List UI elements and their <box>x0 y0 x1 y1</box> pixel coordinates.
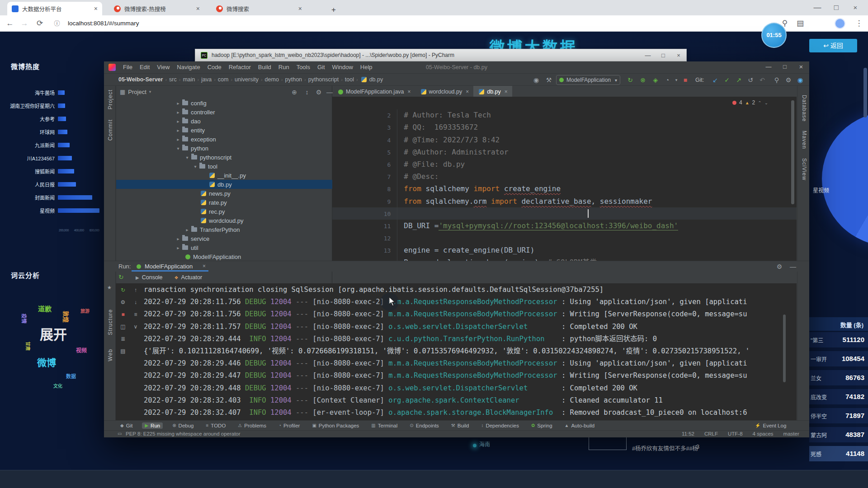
breadcrumb-item[interactable]: java › <box>201 76 218 83</box>
tree-item[interactable]: ▸ config <box>116 99 333 108</box>
console-toolbar-icon[interactable]: ■ <box>118 311 128 324</box>
tree-chevron-icon[interactable]: ▸ <box>175 110 181 115</box>
table-row[interactable]: 停半空 71897 <box>809 407 868 426</box>
tree-item[interactable]: ▸ dao <box>116 117 333 126</box>
tool-window-tab[interactable]: Database <box>801 95 807 122</box>
browser-tab[interactable]: 大数据分析平台 × <box>7 2 102 15</box>
url-field[interactable]: localhost:8081/#/summary <box>68 15 139 32</box>
breadcrumb-item[interactable]: tool › <box>345 76 360 83</box>
status-widget[interactable]: CRLF <box>704 431 718 436</box>
menu-item[interactable]: Edit <box>136 61 153 73</box>
site-info-icon[interactable]: ⓘ <box>51 15 63 32</box>
toolwindow-button[interactable]: ◔ Profiler <box>276 422 302 429</box>
tree-item[interactable]: rate.py <box>116 198 333 207</box>
breadcrumb-item[interactable]: db.py › <box>360 76 383 83</box>
toolwindow-button[interactable]: ⚠ Problems <box>235 422 269 429</box>
background-window-titlebar[interactable]: PC hadoop [E:\python_spark_lstm_weibo_nb… <box>195 49 687 61</box>
close-icon[interactable]: × <box>671 49 686 61</box>
tree-chevron-icon[interactable]: ▸ <box>175 236 181 241</box>
git-push-button[interactable]: ↗ <box>733 74 744 86</box>
ide-minimize-button[interactable]: — <box>760 61 777 72</box>
console-scrollbar[interactable] <box>783 314 786 382</box>
tab-console[interactable]: ▶Console <box>136 274 163 281</box>
menu-item[interactable]: Navigate <box>173 61 203 73</box>
console-gutter-icon[interactable]: ↓ <box>130 299 141 311</box>
console-gutter-icon[interactable]: ≡ <box>130 311 141 324</box>
editor-scrollbar[interactable] <box>791 100 794 204</box>
tree-chevron-icon[interactable]: ▸ <box>175 137 181 142</box>
editor-tab-close-icon[interactable]: × <box>408 89 411 95</box>
tool-window-tab[interactable]: Project <box>107 89 113 109</box>
console-toolbar-icon[interactable]: ▤ <box>118 348 128 360</box>
table-row[interactable]: 蒙古阿 48387 <box>809 426 868 445</box>
run-tab-label[interactable]: ModelFApplication <box>145 263 193 270</box>
toolwindow-button[interactable]: ◆ Git <box>118 422 135 429</box>
tree-chevron-icon[interactable]: ▸ <box>175 101 181 106</box>
forward-icon[interactable]: → <box>18 15 31 32</box>
tool-window-tab[interactable]: Commit <box>107 119 113 141</box>
tab-close-icon[interactable]: × <box>298 5 302 12</box>
back-to-home-button[interactable]: ↩ 返回 <box>809 39 857 52</box>
console-log[interactable]: ransaction synchronization closing SqlSe… <box>144 284 792 420</box>
next-error-icon[interactable]: ⌄ <box>764 100 768 105</box>
tree-chevron-icon[interactable]: ▸ <box>175 245 181 250</box>
tree-item[interactable]: news.py <box>116 189 333 198</box>
browser-tab[interactable]: 微博搜索-热搜榜 × <box>109 2 204 15</box>
status-message[interactable]: PEP 8: E225 missing whitespace around op… <box>126 431 241 436</box>
tree-item[interactable]: ▸ TransferPython <box>116 225 333 234</box>
table-row[interactable]: "第三 511120 <box>809 331 868 350</box>
status-widget[interactable]: master <box>783 431 799 436</box>
heat-bar-row[interactable]: 湖南卫视你好星期六 <box>3 99 116 112</box>
rerun-icon[interactable]: ↻ <box>118 273 124 281</box>
back-icon[interactable]: ← <box>4 15 16 32</box>
console-gutter-icon[interactable]: ↑ <box>130 287 141 299</box>
reading-panel-icon[interactable]: ▤ <box>794 15 807 32</box>
rollback-button[interactable]: ↶ <box>757 74 768 86</box>
editor-tab[interactable]: ModelFApplication.java × <box>332 86 415 98</box>
tree-chevron-icon[interactable]: ▾ <box>175 146 181 151</box>
editor-tab[interactable]: db.py × <box>473 86 512 98</box>
table-row[interactable]: 底改变 74182 <box>809 388 868 407</box>
window-maximize-button[interactable]: □ <box>830 0 843 15</box>
breadcrumb-item[interactable]: university › <box>235 76 264 83</box>
run-button[interactable]: ↻ <box>625 74 636 86</box>
tree-chevron-icon[interactable]: ▸ <box>175 128 181 133</box>
status-widget[interactable]: UTF-8 <box>728 431 743 436</box>
console-toolbar-icon[interactable]: ◫ <box>118 324 128 336</box>
menu-item[interactable]: View <box>153 61 173 73</box>
git-update-button[interactable]: ↙ <box>710 74 721 86</box>
tree-item[interactable]: ▾ python <box>116 144 333 153</box>
menu-item[interactable]: Code <box>204 61 225 73</box>
table-row[interactable]: 死感 41148 <box>809 445 868 464</box>
console-gutter-icon[interactable]: ∨ <box>130 324 141 336</box>
heat-bar-row[interactable]: 封面新闻 <box>3 191 116 204</box>
tab-close-icon[interactable]: × <box>196 5 200 12</box>
editor-tab[interactable]: wordcloud.py × <box>415 86 474 98</box>
tool-window-tab[interactable]: Maven <box>801 131 807 149</box>
toolwindow-button[interactable]: ▥ Terminal <box>368 422 400 429</box>
browser-menu-icon[interactable]: ⋮ <box>853 15 865 32</box>
tree-item[interactable]: ▸ entity <box>116 126 333 135</box>
toolwindow-button[interactable]: ≡ TODO <box>203 422 229 429</box>
toolwindow-button[interactable]: ▶ Run <box>142 422 163 429</box>
tree-item[interactable]: ModelFApplication <box>116 252 333 261</box>
coverage-button[interactable]: ◈ <box>650 74 661 86</box>
project-panel-header[interactable]: ▦ Project ▾ ⊕ ↕ ⚙ — <box>116 86 332 98</box>
console-toolbar-icon[interactable]: ⚙ <box>118 299 128 311</box>
window-minimize-button[interactable]: — <box>811 0 824 15</box>
debug-button[interactable]: ⊗ <box>637 74 648 86</box>
heat-bar-row[interactable]: 人民日报 <box>3 178 116 191</box>
avatar[interactable] <box>835 18 845 29</box>
tab-actuator[interactable]: ❖Actuator <box>175 274 203 281</box>
tool-window-tab[interactable]: Web <box>107 349 113 361</box>
breadcrumb-item[interactable]: pythonscript › <box>308 76 345 83</box>
reload-icon[interactable]: ⟳ <box>33 15 46 32</box>
tree-chevron-icon[interactable]: ▸ <box>175 119 181 124</box>
toolwindow-button[interactable]: ▲ Auto-build <box>562 422 598 429</box>
toolwindow-button[interactable]: ↕ Dependencies <box>478 422 522 429</box>
wrench-icon[interactable]: ⚒ <box>543 74 554 86</box>
event-log-button[interactable]: ⚡ Event Log <box>755 423 786 428</box>
toolwindow-button[interactable]: ▣ Python Packages <box>309 422 362 429</box>
menu-item[interactable]: File <box>119 61 136 73</box>
menu-item[interactable]: Help <box>357 61 376 73</box>
